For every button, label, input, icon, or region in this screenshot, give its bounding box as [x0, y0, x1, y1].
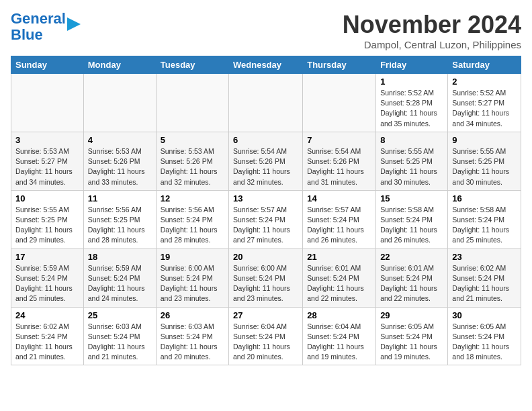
calendar-cell: 13Sunrise: 5:57 AM Sunset: 5:24 PM Dayli… — [229, 190, 303, 248]
calendar-cell — [229, 74, 303, 132]
calendar-cell: 5Sunrise: 5:53 AM Sunset: 5:26 PM Daylig… — [156, 132, 228, 190]
calendar-cell: 22Sunrise: 6:01 AM Sunset: 5:24 PM Dayli… — [376, 248, 448, 307]
calendar-cell: 9Sunrise: 5:55 AM Sunset: 5:25 PM Daylig… — [448, 132, 521, 190]
col-header-thursday: Thursday — [303, 56, 376, 74]
calendar-cell: 7Sunrise: 5:54 AM Sunset: 5:26 PM Daylig… — [303, 132, 376, 190]
header: GeneralBlue November 2024 Dampol, Centra… — [11, 11, 521, 50]
calendar-cell: 16Sunrise: 5:58 AM Sunset: 5:24 PM Dayli… — [448, 190, 521, 248]
day-info: Sunrise: 5:52 AM Sunset: 5:28 PM Dayligh… — [380, 88, 443, 129]
logo: GeneralBlue — [11, 11, 86, 43]
col-header-tuesday: Tuesday — [156, 56, 228, 74]
day-info: Sunrise: 5:54 AM Sunset: 5:26 PM Dayligh… — [233, 146, 298, 187]
day-info: Sunrise: 5:59 AM Sunset: 5:24 PM Dayligh… — [15, 263, 79, 304]
calendar-cell: 3Sunrise: 5:53 AM Sunset: 5:27 PM Daylig… — [11, 132, 84, 190]
col-header-wednesday: Wednesday — [229, 56, 303, 74]
day-info: Sunrise: 5:59 AM Sunset: 5:24 PM Dayligh… — [88, 263, 152, 304]
title-area: November 2024 Dampol, Central Luzon, Phi… — [343, 11, 521, 50]
calendar-body: 1Sunrise: 5:52 AM Sunset: 5:28 PM Daylig… — [11, 74, 521, 365]
calendar-cell: 2Sunrise: 5:52 AM Sunset: 5:27 PM Daylig… — [448, 74, 521, 132]
day-number: 28 — [307, 310, 371, 320]
day-info: Sunrise: 5:53 AM Sunset: 5:26 PM Dayligh… — [161, 146, 224, 187]
day-number: 16 — [452, 193, 517, 203]
day-number: 18 — [88, 252, 152, 262]
calendar-cell: 20Sunrise: 6:00 AM Sunset: 5:24 PM Dayli… — [229, 248, 303, 307]
calendar-cell — [303, 74, 376, 132]
day-number: 1 — [380, 77, 443, 87]
calendar-cell: 29Sunrise: 6:05 AM Sunset: 5:24 PM Dayli… — [376, 307, 448, 365]
calendar-cell: 23Sunrise: 6:02 AM Sunset: 5:24 PM Dayli… — [448, 248, 521, 307]
calendar-cell: 6Sunrise: 5:54 AM Sunset: 5:26 PM Daylig… — [229, 132, 303, 190]
calendar-cell: 10Sunrise: 5:55 AM Sunset: 5:25 PM Dayli… — [11, 190, 84, 248]
calendar-header-row: SundayMondayTuesdayWednesdayThursdayFrid… — [11, 56, 521, 74]
calendar-cell: 8Sunrise: 5:55 AM Sunset: 5:25 PM Daylig… — [376, 132, 448, 190]
day-info: Sunrise: 5:55 AM Sunset: 5:25 PM Dayligh… — [15, 205, 79, 246]
day-info: Sunrise: 5:54 AM Sunset: 5:26 PM Dayligh… — [307, 146, 371, 187]
day-number: 4 — [88, 135, 152, 145]
calendar-cell: 1Sunrise: 5:52 AM Sunset: 5:28 PM Daylig… — [376, 74, 448, 132]
day-number: 12 — [161, 193, 224, 203]
day-number: 17 — [15, 252, 79, 262]
week-row-3: 10Sunrise: 5:55 AM Sunset: 5:25 PM Dayli… — [11, 190, 521, 248]
month-title: November 2024 — [343, 11, 521, 39]
location: Dampol, Central Luzon, Philippines — [343, 39, 521, 50]
day-number: 5 — [161, 135, 224, 145]
day-info: Sunrise: 6:05 AM Sunset: 5:24 PM Dayligh… — [380, 322, 443, 363]
day-number: 27 — [233, 310, 298, 320]
day-info: Sunrise: 6:00 AM Sunset: 5:24 PM Dayligh… — [233, 263, 298, 304]
day-number: 20 — [233, 252, 298, 262]
calendar-table: SundayMondayTuesdayWednesdayThursdayFrid… — [11, 56, 521, 365]
calendar-cell — [11, 74, 84, 132]
day-info: Sunrise: 5:52 AM Sunset: 5:27 PM Dayligh… — [452, 88, 517, 129]
day-number: 29 — [380, 310, 443, 320]
col-header-sunday: Sunday — [11, 56, 84, 74]
day-info: Sunrise: 5:53 AM Sunset: 5:26 PM Dayligh… — [88, 146, 152, 187]
day-number: 21 — [307, 252, 371, 262]
day-info: Sunrise: 6:03 AM Sunset: 5:24 PM Dayligh… — [88, 322, 152, 363]
calendar-cell — [83, 74, 156, 132]
day-number: 2 — [452, 77, 517, 87]
week-row-2: 3Sunrise: 5:53 AM Sunset: 5:27 PM Daylig… — [11, 132, 521, 190]
day-info: Sunrise: 6:04 AM Sunset: 5:24 PM Dayligh… — [233, 322, 298, 363]
day-info: Sunrise: 6:01 AM Sunset: 5:24 PM Dayligh… — [307, 263, 371, 304]
day-info: Sunrise: 6:01 AM Sunset: 5:24 PM Dayligh… — [380, 263, 443, 304]
day-number: 30 — [452, 310, 517, 320]
col-header-friday: Friday — [376, 56, 448, 74]
calendar-cell: 18Sunrise: 5:59 AM Sunset: 5:24 PM Dayli… — [83, 248, 156, 307]
logo-text: GeneralBlue — [11, 11, 66, 43]
week-row-1: 1Sunrise: 5:52 AM Sunset: 5:28 PM Daylig… — [11, 74, 521, 132]
day-number: 24 — [15, 310, 79, 320]
calendar-cell: 27Sunrise: 6:04 AM Sunset: 5:24 PM Dayli… — [229, 307, 303, 365]
week-row-5: 24Sunrise: 6:02 AM Sunset: 5:24 PM Dayli… — [11, 307, 521, 365]
day-number: 10 — [15, 193, 79, 203]
calendar-cell: 19Sunrise: 6:00 AM Sunset: 5:24 PM Dayli… — [156, 248, 228, 307]
calendar-cell — [156, 74, 228, 132]
svg-marker-0 — [67, 17, 81, 31]
day-info: Sunrise: 6:02 AM Sunset: 5:24 PM Dayligh… — [452, 263, 517, 304]
day-number: 6 — [233, 135, 298, 145]
calendar-cell: 24Sunrise: 6:02 AM Sunset: 5:24 PM Dayli… — [11, 307, 84, 365]
day-info: Sunrise: 6:03 AM Sunset: 5:24 PM Dayligh… — [161, 322, 224, 363]
day-info: Sunrise: 6:04 AM Sunset: 5:24 PM Dayligh… — [307, 322, 371, 363]
col-header-saturday: Saturday — [448, 56, 521, 74]
calendar-cell: 17Sunrise: 5:59 AM Sunset: 5:24 PM Dayli… — [11, 248, 84, 307]
calendar-cell: 12Sunrise: 5:56 AM Sunset: 5:24 PM Dayli… — [156, 190, 228, 248]
day-number: 3 — [15, 135, 79, 145]
day-number: 19 — [161, 252, 224, 262]
day-number: 26 — [161, 310, 224, 320]
col-header-monday: Monday — [83, 56, 156, 74]
calendar-cell: 15Sunrise: 5:58 AM Sunset: 5:24 PM Dayli… — [376, 190, 448, 248]
calendar-cell: 26Sunrise: 6:03 AM Sunset: 5:24 PM Dayli… — [156, 307, 228, 365]
day-info: Sunrise: 5:58 AM Sunset: 5:24 PM Dayligh… — [452, 205, 517, 246]
calendar-cell: 4Sunrise: 5:53 AM Sunset: 5:26 PM Daylig… — [83, 132, 156, 190]
day-number: 25 — [88, 310, 152, 320]
day-number: 13 — [233, 193, 298, 203]
day-info: Sunrise: 6:05 AM Sunset: 5:24 PM Dayligh… — [452, 322, 517, 363]
day-info: Sunrise: 5:55 AM Sunset: 5:25 PM Dayligh… — [452, 146, 517, 187]
day-number: 23 — [452, 252, 517, 262]
calendar-cell: 21Sunrise: 6:01 AM Sunset: 5:24 PM Dayli… — [303, 248, 376, 307]
day-number: 9 — [452, 135, 517, 145]
week-row-4: 17Sunrise: 5:59 AM Sunset: 5:24 PM Dayli… — [11, 248, 521, 307]
day-number: 7 — [307, 135, 371, 145]
day-number: 15 — [380, 193, 443, 203]
day-number: 11 — [88, 193, 152, 203]
